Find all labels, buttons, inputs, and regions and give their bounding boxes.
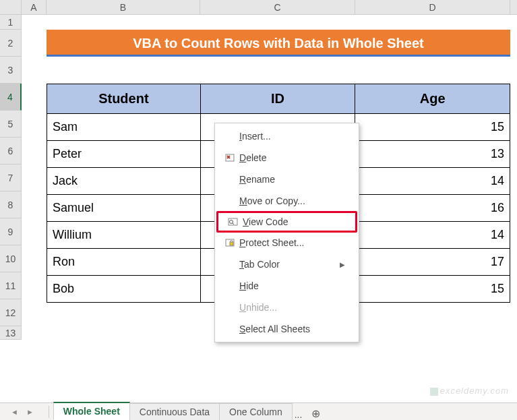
menu-protect-sheet[interactable]: Protect Sheet... <box>215 232 359 253</box>
cell-student[interactable]: Peter <box>47 141 201 168</box>
tab-continuous-data[interactable]: Continuous Data <box>129 403 220 420</box>
header-id: ID <box>200 84 355 114</box>
row-header-13[interactable]: 13 <box>0 326 22 340</box>
cell-student[interactable]: Bob <box>47 276 201 303</box>
cell-age[interactable]: 14 <box>355 168 510 195</box>
column-header-d[interactable]: D <box>355 0 510 14</box>
row-header-9[interactable]: 9 <box>0 218 22 245</box>
tab-more[interactable]: ... <box>292 409 305 420</box>
cell-age[interactable]: 17 <box>355 249 510 276</box>
row-headers: 1 2 3 4 5 6 7 8 9 10 11 12 13 <box>0 15 22 340</box>
row-header-12[interactable]: 12 <box>0 299 22 326</box>
row-header-6[interactable]: 6 <box>0 138 22 164</box>
sheet-context-menu: Insert... Delete Rename Move or Copy... … <box>214 123 359 342</box>
cell-student[interactable]: Samuel <box>47 195 201 222</box>
delete-icon <box>220 151 239 164</box>
row-header-4[interactable]: 4 <box>0 84 22 111</box>
menu-hide[interactable]: Hide <box>215 275 359 297</box>
title-banner: VBA to Count Rows with Data in Whole She… <box>47 30 510 57</box>
menu-view-code[interactable]: View Code <box>216 211 357 233</box>
cell-age[interactable]: 14 <box>355 222 510 249</box>
tab-one-column[interactable]: One Column <box>219 403 293 420</box>
row-header-7[interactable]: 7 <box>0 164 22 191</box>
cell-age[interactable]: 15 <box>355 276 510 303</box>
header-age: Age <box>355 84 510 114</box>
add-sheet-button[interactable]: ⊕ <box>305 407 327 420</box>
column-headers: A B C D <box>0 0 517 15</box>
menu-delete[interactable]: Delete <box>215 147 359 169</box>
watermark-icon <box>430 388 438 396</box>
blank-icon <box>220 129 239 143</box>
svg-rect-5 <box>230 242 233 245</box>
row-header-2[interactable]: 2 <box>0 30 22 57</box>
menu-select-all-sheets[interactable]: Select All Sheets <box>215 318 359 340</box>
sheet-tabs: Whole Sheet Continuous Data One Column .… <box>53 403 328 420</box>
row-header-8[interactable]: 8 <box>0 191 22 218</box>
sheet-tab-bar: ◄ ► Whole Sheet Continuous Data One Colu… <box>0 402 517 420</box>
tab-nav-prev[interactable]: ◄ <box>7 408 22 416</box>
column-header-a[interactable]: A <box>22 0 47 14</box>
cell-student[interactable]: Willium <box>47 222 201 249</box>
menu-unhide: Unhide... <box>215 297 359 318</box>
blank-icon <box>220 279 239 293</box>
tab-whole-sheet[interactable]: Whole Sheet <box>53 402 130 420</box>
menu-tab-color[interactable]: Tab Color ▶ <box>215 253 359 275</box>
table-header-row: Student ID Age <box>47 84 510 114</box>
row-header-11[interactable]: 11 <box>0 272 22 299</box>
blank-icon <box>220 173 239 186</box>
menu-rename[interactable]: Rename <box>215 169 359 190</box>
menu-insert[interactable]: Insert... <box>215 125 359 147</box>
cell-student[interactable]: Sam <box>47 114 201 141</box>
cell-student[interactable]: Jack <box>47 168 201 195</box>
menu-move-copy[interactable]: Move or Copy... <box>215 190 359 212</box>
column-header-b[interactable]: B <box>47 0 200 14</box>
blank-icon <box>220 194 239 208</box>
chevron-right-icon: ▶ <box>340 261 345 268</box>
select-all-corner[interactable] <box>0 0 22 14</box>
protect-icon <box>220 236 239 249</box>
view-code-icon <box>224 215 243 229</box>
blank-icon <box>220 258 239 271</box>
cell-age[interactable]: 15 <box>355 114 510 141</box>
watermark: exceldemy.com <box>430 386 509 396</box>
row-header-3[interactable]: 3 <box>0 57 22 84</box>
tab-nav-next[interactable]: ► <box>22 408 38 416</box>
blank-icon <box>220 322 239 336</box>
row-header-5[interactable]: 5 <box>0 111 22 138</box>
tab-nav-buttons: ◄ ► <box>0 408 44 416</box>
row-header-1[interactable]: 1 <box>0 15 22 30</box>
cell-age[interactable]: 16 <box>355 195 510 222</box>
row-header-10[interactable]: 10 <box>0 245 22 272</box>
cell-student[interactable]: Ron <box>47 249 201 276</box>
cell-age[interactable]: 13 <box>355 141 510 168</box>
header-student: Student <box>47 84 201 114</box>
blank-icon <box>220 301 239 314</box>
column-header-c[interactable]: C <box>200 0 355 14</box>
